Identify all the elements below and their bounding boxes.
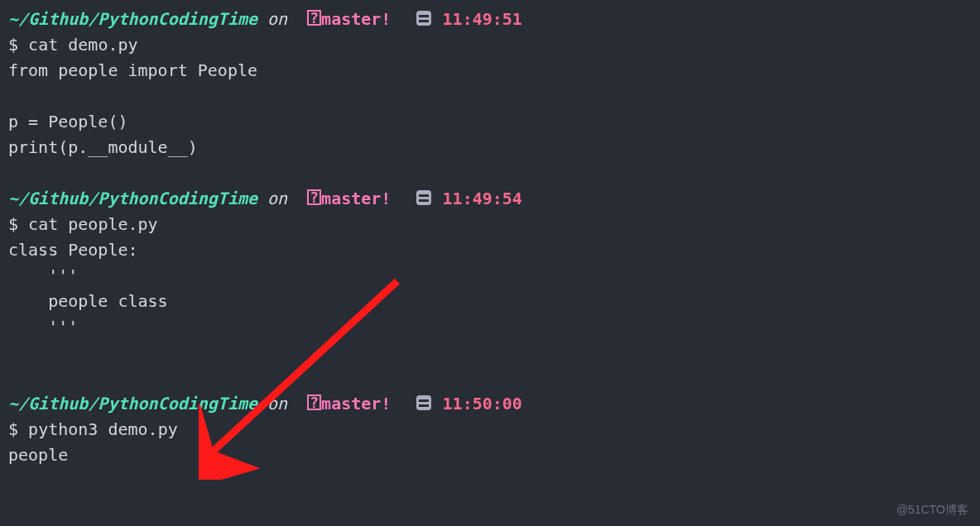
command-line[interactable]: $ python3 demo.py [8,417,972,442]
output-line [8,340,972,366]
output-line: p = People() [8,109,972,135]
branch-name: master! [321,394,391,414]
output-line: people [8,442,972,468]
output-line: ''' [8,263,972,289]
clock-icon [416,190,431,205]
prompt-time: 11:49:54 [443,189,522,208]
branch-question-icon: ? [307,394,321,410]
output-line: print(p.__module__) [8,135,972,160]
branch-question-icon: ? [307,189,321,205]
output-line: class People: [8,237,972,263]
prompt-time: 11:49:51 [443,9,522,29]
prompt-on: on [267,9,287,29]
prompt-symbol: $ [8,35,18,55]
branch-name: master! [321,9,391,29]
prompt-path: ~/Github/PythonCodingTime [8,9,257,29]
command-line[interactable]: $ cat people.py [8,212,972,237]
branch-name: master! [321,189,391,208]
branch-indicator: ?master! [307,9,391,29]
spacer [8,366,972,391]
prompt-line: ~/Github/PythonCodingTime on ?master! 11… [8,7,972,32]
command-text: cat people.py [28,214,158,234]
spacer [8,160,972,186]
prompt-line: ~/Github/PythonCodingTime on ?master! 11… [8,186,972,212]
prompt-on: on [267,189,287,208]
output-line: ''' [8,314,972,340]
command-line[interactable]: $ cat demo.py [8,32,972,58]
output-line: from people import People [8,58,972,84]
prompt-time: 11:50:00 [443,394,522,414]
command-text: cat demo.py [28,35,137,55]
terminal-block-0: ~/Github/PythonCodingTime on ?master! 11… [8,7,972,160]
command-text: python3 demo.py [28,419,178,439]
clock-icon [416,395,431,410]
prompt-path: ~/Github/PythonCodingTime [8,189,257,208]
output-line [8,84,972,109]
prompt-symbol: $ [8,214,18,234]
prompt-on: on [267,394,287,414]
terminal-block-1: ~/Github/PythonCodingTime on ?master! 11… [8,186,972,366]
branch-question-icon: ? [307,10,321,26]
prompt-line: ~/Github/PythonCodingTime on ?master! 11… [8,391,972,417]
prompt-path: ~/Github/PythonCodingTime [8,394,257,414]
branch-indicator: ?master! [307,394,391,414]
output-line: people class [8,289,972,314]
clock-icon [416,11,431,26]
watermark: @51CTO博客 [896,501,968,519]
terminal-block-2: ~/Github/PythonCodingTime on ?master! 11… [8,391,972,468]
branch-indicator: ?master! [307,189,391,208]
prompt-symbol: $ [8,419,18,439]
